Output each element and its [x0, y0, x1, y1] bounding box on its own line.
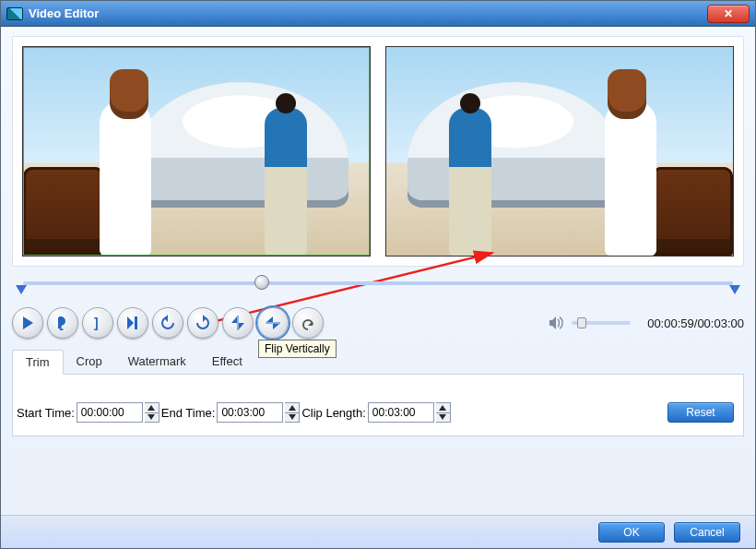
undo-icon — [300, 315, 316, 331]
rotate-ccw-button[interactable] — [152, 307, 183, 339]
playhead[interactable] — [254, 275, 269, 290]
step-icon — [124, 315, 141, 331]
flip-horizontal-button[interactable] — [222, 307, 254, 339]
timeline[interactable] — [14, 272, 742, 294]
timeline-track[interactable] — [23, 281, 733, 285]
mark-in-icon: [ — [54, 315, 71, 331]
preview-original[interactable] — [22, 46, 371, 257]
ok-button[interactable]: OK — [598, 522, 665, 543]
speaker-icon[interactable] — [548, 315, 564, 331]
clip-length-stepper[interactable] — [436, 402, 451, 423]
rotate-cw-icon — [195, 315, 211, 331]
tooltip-flip-vertical: Flip Vertically — [258, 340, 337, 358]
button-label: Cancel — [690, 526, 724, 539]
timecode: 00:00:59/00:03:00 — [647, 316, 744, 330]
rotate-ccw-icon — [159, 315, 176, 331]
end-time-stepper[interactable] — [285, 402, 300, 423]
svg-text:]: ] — [94, 316, 99, 330]
time-duration: 00:03:00 — [697, 316, 744, 330]
play-icon — [19, 315, 36, 331]
mark-in-handle[interactable] — [16, 285, 27, 294]
tab-label: Crop — [77, 354, 102, 368]
svg-text:[: [ — [59, 316, 64, 330]
end-time-input[interactable] — [217, 402, 283, 423]
start-time-input[interactable] — [77, 402, 143, 423]
tab-label: Effect — [212, 354, 242, 368]
mark-out-button[interactable]: ] — [82, 307, 113, 339]
trim-panel: Start Time: End Time: Clip Length: Reset — [12, 375, 744, 436]
flip-vertical-button[interactable]: Flip Vertically — [257, 307, 289, 339]
preview-result[interactable] — [385, 46, 734, 257]
footer: OK Cancel — [1, 515, 755, 548]
step-button[interactable] — [117, 307, 148, 339]
tab-crop[interactable]: Crop — [64, 350, 115, 374]
undo-button[interactable] — [292, 307, 324, 339]
start-time-stepper[interactable] — [145, 402, 159, 423]
time-position: 00:00:59 — [647, 316, 694, 330]
mark-in-button[interactable]: [ — [47, 307, 78, 339]
flip-vertical-icon — [265, 315, 281, 331]
chevron-up-icon[interactable] — [285, 403, 299, 412]
clip-length-label: Clip Length: — [301, 406, 365, 420]
volume-slider[interactable] — [572, 321, 631, 325]
chevron-down-icon[interactable] — [285, 412, 299, 423]
play-button[interactable] — [12, 307, 43, 339]
chevron-down-icon[interactable] — [436, 412, 450, 423]
client-area: [ ] — [1, 27, 755, 515]
flip-horizontal-icon — [230, 315, 246, 331]
volume-thumb[interactable] — [577, 317, 586, 328]
reset-button[interactable]: Reset — [667, 402, 734, 423]
close-icon: ✕ — [724, 8, 733, 19]
rotate-cw-button[interactable] — [187, 307, 219, 339]
end-time-label: End Time: — [161, 406, 216, 420]
chevron-down-icon[interactable] — [145, 412, 159, 423]
app-icon — [6, 7, 23, 20]
chevron-up-icon[interactable] — [145, 403, 159, 412]
mark-out-icon: ] — [89, 315, 106, 331]
tab-trim[interactable]: Trim — [12, 350, 64, 375]
tab-label: Watermark — [128, 354, 186, 368]
clip-length-input[interactable] — [368, 402, 434, 423]
window-title: Video Editor — [29, 6, 99, 20]
tab-watermark[interactable]: Watermark — [115, 350, 199, 374]
window-frame: Video Editor ✕ — [0, 0, 756, 549]
tab-bar: Trim Crop Watermark Effect — [12, 350, 744, 375]
volume-control — [548, 315, 631, 331]
cancel-button[interactable]: Cancel — [674, 522, 740, 543]
start-time-label: Start Time: — [17, 406, 75, 420]
close-button[interactable]: ✕ — [707, 5, 750, 23]
svg-rect-3 — [135, 316, 137, 329]
mark-out-handle[interactable] — [729, 285, 740, 294]
tab-effect[interactable]: Effect — [199, 350, 255, 374]
titlebar[interactable]: Video Editor ✕ — [1, 1, 755, 27]
tab-label: Trim — [26, 355, 50, 369]
button-label: OK — [623, 526, 639, 539]
controls-row: [ ] — [12, 305, 744, 340]
chevron-up-icon[interactable] — [436, 403, 450, 412]
preview-row — [12, 36, 744, 267]
button-label: Reset — [686, 406, 715, 419]
